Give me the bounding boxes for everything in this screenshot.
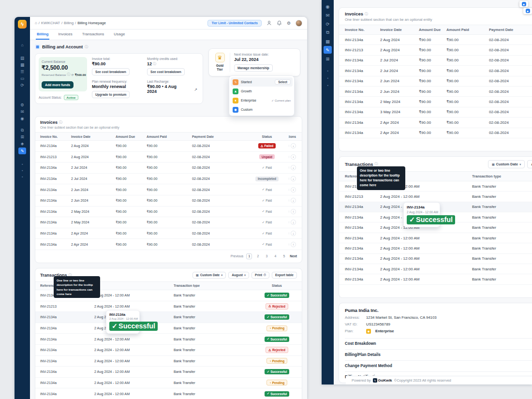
download-icon[interactable]: ↓ xyxy=(291,231,296,236)
refresh-icon[interactable]: ⟳ xyxy=(18,82,26,89)
eye-icon[interactable]: ⊙ xyxy=(289,187,289,192)
info-icon[interactable]: ⓘ xyxy=(59,120,62,125)
pagination-page-2[interactable]: 2 xyxy=(255,253,261,259)
eye-icon[interactable]: ⊙ xyxy=(289,165,289,170)
tag-icon[interactable]: ◈ xyxy=(18,140,26,147)
cell-paid: ₹90.00 xyxy=(446,131,489,135)
copy-icon[interactable]: ⧉ xyxy=(18,127,26,133)
eye-icon[interactable]: ⊙ xyxy=(289,176,289,181)
select-plan-button[interactable]: Select xyxy=(275,79,291,85)
card-icon[interactable]: ▭ xyxy=(18,75,26,82)
plan-option-started[interactable]: ϟStartedSelect xyxy=(231,77,293,87)
eye-icon[interactable]: ⊙ xyxy=(289,198,289,203)
cell-type: Bank Transfer xyxy=(174,359,257,363)
plan-option-growth[interactable]: ▲Growth xyxy=(231,87,293,96)
download-icon[interactable]: ↓ xyxy=(291,187,296,192)
list-icon[interactable]: ☰ xyxy=(18,68,26,75)
breadcrumb-item[interactable]: Billing xyxy=(64,21,74,25)
user-icon[interactable]: ◉ xyxy=(18,115,26,122)
plan-option-custom[interactable]: ◆Custom xyxy=(231,105,293,114)
info-icon[interactable]: ⓘ xyxy=(365,12,368,16)
print-button[interactable]: Print⎙ xyxy=(251,272,269,279)
eye-icon[interactable]: ⊙ xyxy=(289,143,289,148)
nav-dot-item[interactable]: ● xyxy=(21,167,23,173)
add-funds-button[interactable]: Add more funds xyxy=(42,81,74,89)
cell-date: 2 May 2024 xyxy=(380,100,419,104)
tab-transactions[interactable]: Transactions xyxy=(81,30,105,40)
plan-option-enterprise[interactable]: ♦Enterprise✓ Current plan xyxy=(231,96,293,105)
footer-link[interactable]: Change Payment Method xyxy=(345,360,532,371)
user-icon[interactable] xyxy=(266,20,272,26)
eye-icon[interactable]: ⊙ xyxy=(289,220,289,225)
tab-usage[interactable]: Usage xyxy=(113,30,126,40)
nav-dot-item[interactable]: ● xyxy=(21,161,23,167)
docs-icon[interactable]: ▦ xyxy=(324,37,332,45)
eye-icon[interactable]: ⊙ xyxy=(289,209,289,214)
mail-icon[interactable]: ✉ xyxy=(324,11,332,19)
status-badge: ✓Paid xyxy=(262,188,272,192)
month-filter[interactable]: August▾ xyxy=(228,272,249,279)
nav-dot-item[interactable]: ● xyxy=(327,74,328,81)
tab-invoices[interactable]: Invoices xyxy=(57,30,73,40)
download-icon[interactable]: ↓ xyxy=(291,220,296,225)
download-icon[interactable]: ↓ xyxy=(291,176,296,181)
pagination-page-3[interactable]: 3 xyxy=(264,253,269,259)
pen-icon[interactable]: ✎ xyxy=(18,148,26,154)
arrow-up-right-icon[interactable]: ↗ xyxy=(194,88,197,92)
breadcrumb-item[interactable]: KWIKCHAT xyxy=(41,21,60,25)
tab-billing[interactable]: Billing xyxy=(36,30,49,40)
export-table-button[interactable]: Export table xyxy=(272,272,297,279)
download-icon[interactable]: ↓ xyxy=(291,209,296,214)
month-filter[interactable]: August▾ xyxy=(527,160,532,168)
apps-icon[interactable]: ⊞ xyxy=(18,133,26,140)
info-icon[interactable]: ⓘ xyxy=(375,162,378,166)
custom-plan-icon[interactable]: ◆ xyxy=(522,2,526,6)
nav-dot-item[interactable]: ● xyxy=(327,82,328,88)
user-icon[interactable]: ◉ xyxy=(324,2,332,10)
footer-link[interactable]: Billing/Plan Details xyxy=(345,349,532,360)
dashboard-icon[interactable]: ▤ xyxy=(18,55,26,61)
manage-membership-button[interactable]: Manage membership xyxy=(234,64,273,72)
mail-icon[interactable]: ✉ xyxy=(18,108,26,115)
download-icon[interactable]: ↓ xyxy=(291,154,296,160)
nav-dot-item[interactable]: ● xyxy=(327,67,328,74)
pagination-page-1[interactable]: 1 xyxy=(246,253,252,259)
docs-icon[interactable]: ▦ xyxy=(18,61,26,68)
pagination-page-4[interactable]: 4 xyxy=(272,253,278,259)
pagination-next[interactable]: Next xyxy=(290,254,297,258)
copy-icon[interactable]: ⧉ xyxy=(324,29,332,36)
download-icon[interactable]: ↓ xyxy=(291,242,296,247)
pagination-previous[interactable]: Previous xyxy=(231,254,243,258)
cell-paid: ₹90.00 xyxy=(446,79,489,83)
home-icon[interactable]: ⌂ xyxy=(35,21,37,25)
pen-icon[interactable]: ✎ xyxy=(324,46,332,54)
bell-icon[interactable] xyxy=(277,20,282,26)
footer-link[interactable]: Cost Breakdown xyxy=(345,338,532,349)
gear-icon[interactable]: ⚙ xyxy=(18,102,26,108)
download-icon[interactable]: ↓ xyxy=(291,143,296,148)
refresh-icon[interactable]: ⟳ xyxy=(324,20,332,28)
gear-icon[interactable]: ⚙ xyxy=(287,21,291,26)
eye-icon[interactable]: ⊙ xyxy=(289,242,289,247)
avatar[interactable] xyxy=(296,20,302,27)
custom-date-filter[interactable]: ▦Custom Date▾ xyxy=(192,272,226,279)
refresh-icon[interactable]: ⟳ xyxy=(72,73,74,76)
kwikchat-logo-icon[interactable]: ϟ xyxy=(18,20,27,29)
eye-icon[interactable]: ⊙ xyxy=(289,154,289,160)
info-icon[interactable]: ⓘ xyxy=(85,44,88,49)
see-cost-breakdown-button[interactable]: See cost breakdown xyxy=(147,68,185,75)
home-icon[interactable]: ⌂ xyxy=(18,42,26,48)
info-icon[interactable]: ⓘ xyxy=(67,72,71,77)
nav-dot-item[interactable]: ● xyxy=(21,173,23,179)
download-icon[interactable]: ↓ xyxy=(291,198,296,203)
eye-icon[interactable]: ⊙ xyxy=(289,231,289,236)
cell-status: ✓Paid xyxy=(245,209,289,213)
custom-plan-icon[interactable]: ◆ xyxy=(526,9,530,13)
pagination-page-5[interactable]: 5 xyxy=(281,253,287,259)
info-icon[interactable]: ⓘ xyxy=(153,61,156,66)
upgrade-premium-button[interactable]: Upgrade to premium xyxy=(92,91,130,98)
apps-icon[interactable]: ⊞ xyxy=(324,55,332,62)
download-icon[interactable]: ↓ xyxy=(291,165,296,170)
see-cost-breakdown-button[interactable]: See cost breakdown xyxy=(92,68,130,75)
custom-date-filter[interactable]: ▦Custom Date▾ xyxy=(488,160,525,168)
